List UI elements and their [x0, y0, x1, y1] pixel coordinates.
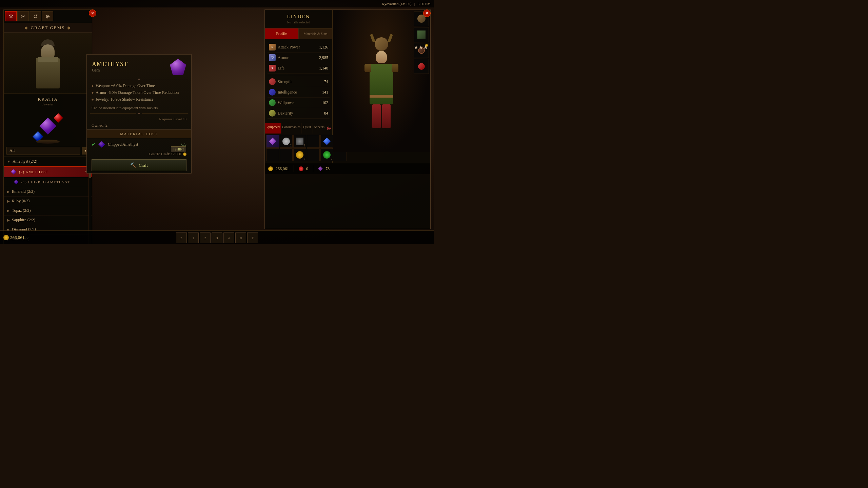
resource-sep-1 — [294, 165, 294, 172]
equipment-grid: 2 2 2 — [265, 134, 332, 163]
dexterity-icon — [269, 110, 276, 117]
eq-slot-1[interactable] — [266, 135, 279, 148]
tab-extra-btn[interactable]: ⊕ — [325, 123, 332, 134]
category-ruby[interactable]: ▶ Ruby (0/2) — [4, 197, 92, 206]
detail-gem-type: Gem — [92, 68, 128, 73]
eq-slot-2[interactable]: 2 — [280, 135, 293, 148]
craft-tab-socket[interactable]: ⊕ — [42, 11, 53, 21]
equip-count-2: 2 — [290, 144, 292, 147]
hotbar-1[interactable]: 1 — [188, 232, 199, 243]
gear-slot-chest[interactable] — [414, 27, 429, 42]
equip-count-yellow: 2 — [304, 158, 305, 161]
gem-item-amethyst-2[interactable]: (2) AMETHYST ↖ — [4, 166, 92, 177]
strength-icon — [269, 78, 276, 85]
hotbar-menu[interactable]: ⊕ — [235, 232, 246, 243]
char-name: LINDEN — [269, 14, 328, 20]
char-resources-bar: 266,061 0 78 — [265, 163, 430, 174]
craft-button[interactable]: 🔨 Craft — [92, 159, 186, 171]
strength-value: 74 — [324, 79, 328, 84]
topaz-arrow: ▶ — [7, 209, 10, 212]
craft-tab-craft[interactable]: ⚒ — [5, 11, 17, 21]
horn-left — [370, 34, 375, 42]
hotbar-2[interactable]: 2 — [200, 232, 211, 243]
craft-tab-salvage[interactable]: ✂ — [17, 11, 29, 21]
leg-left — [372, 104, 381, 128]
category-topaz[interactable]: ▶ Topaz (2/2) — [4, 206, 92, 216]
hotbar-z[interactable]: Z — [176, 232, 187, 243]
eq-slot-8[interactable] — [280, 148, 293, 161]
craft-panel-close[interactable]: ✕ — [89, 9, 96, 17]
mode-badge: | — [414, 2, 415, 6]
stat-intelligence: Intelligence 141 — [268, 87, 330, 98]
detail-text-area: AMETHYST Gem — [92, 61, 128, 73]
title-diamond-right: ◆ — [67, 25, 71, 30]
stat-armor-text: Armor: 6.0% Damage Taken Over Time Reduc… — [96, 90, 179, 95]
chipped-amethyst-icon — [14, 180, 19, 184]
equip-count-green: 2 — [331, 158, 332, 161]
detail-stats: ◆ Weapon: +6.0% Damage Over Time ◆ Armor… — [87, 82, 191, 105]
sapphire-label: Sapphire (2/2) — [12, 218, 35, 223]
requires-level: Requires Level 40 — [87, 116, 191, 122]
jeweler-name: KRATIA — [6, 97, 89, 102]
life-label: Life — [278, 66, 319, 71]
life-value: 1,148 — [319, 66, 328, 71]
craft-tab-repair[interactable]: ↺ — [29, 11, 41, 21]
char-stats-section: ⚔ Attack Power 1,126 🛡 Armor 2,985 ♥ Lif… — [265, 39, 332, 121]
eq-slot-7[interactable] — [266, 148, 279, 161]
eq-slot-4[interactable] — [307, 135, 320, 148]
char-legs — [372, 104, 391, 128]
equip-item-2 — [282, 138, 290, 145]
intelligence-label: Intelligence — [278, 90, 322, 95]
hotbar-4[interactable]: 4 — [223, 232, 234, 243]
detail-gem-name: AMETHYST — [92, 61, 128, 68]
eq-slot-11[interactable]: 2 — [320, 148, 333, 161]
stat-bullet-1: ◆ — [92, 84, 94, 87]
shoulder-left — [364, 64, 371, 72]
category-sapphire[interactable]: ▶ Sapphire (2/2) — [4, 216, 92, 225]
gem-item-chipped-amethyst[interactable]: (1) CHIPPED AMETHYST — [4, 177, 92, 187]
eq-slot-9[interactable]: 2 — [293, 148, 306, 161]
owned-count: Owned: 2 — [87, 122, 191, 129]
category-emerald[interactable]: ▶ Emerald (2/2) — [4, 187, 92, 197]
divider-diamond-1: ◆ — [138, 78, 140, 81]
category-amethyst[interactable]: ▼ Amethyst (2/2) — [4, 157, 92, 166]
eq-slot-5[interactable] — [320, 135, 333, 148]
tab-consumables[interactable]: Consumables — [281, 123, 301, 134]
equip-count-3: 2 — [304, 144, 305, 147]
right-panel-close[interactable]: ✕ — [423, 9, 431, 17]
amethyst-2-icon — [11, 169, 16, 175]
equip-gem-sapphire — [323, 138, 331, 145]
title-diamond-left: ◆ — [24, 25, 28, 30]
gear-slot-ring1[interactable]: ★★★ — [414, 43, 429, 58]
tab-aspects[interactable]: Aspects — [313, 123, 325, 134]
tab-equipment[interactable]: Equipment — [265, 123, 281, 134]
npc-figure — [31, 39, 65, 94]
amethyst-2-label: (2) AMETHYST — [19, 170, 48, 174]
filter-value[interactable]: All — [6, 147, 80, 155]
eq-slot-10[interactable] — [307, 148, 320, 161]
emerald-label: Emerald (2/2) — [12, 189, 35, 194]
emerald-arrow: ▶ — [7, 190, 10, 194]
right-panel: LINDEN No Title selected Profile Materia… — [264, 9, 431, 229]
attack-power-value: 1,126 — [319, 45, 328, 50]
ruby-arrow: ▶ — [7, 199, 10, 203]
hotbar-3[interactable]: 3 — [212, 232, 222, 243]
filter-row: All ▼ — [4, 145, 92, 157]
bottom-bar: 266,061 Z 1 2 3 4 ⊕ T — [0, 230, 434, 244]
equip-gem-amethyst — [269, 138, 276, 145]
profile-btn[interactable]: Profile — [265, 28, 299, 39]
gear-slot-amulet[interactable] — [414, 59, 429, 74]
char-name-area: LINDEN No Title selected — [265, 10, 332, 28]
tab-quest[interactable]: Quest — [301, 123, 313, 134]
hotbar-t[interactable]: T — [247, 232, 258, 243]
eq-slot-3[interactable]: 2 — [293, 135, 306, 148]
life-icon: ♥ — [269, 65, 276, 72]
gem-icon-purple — [39, 118, 56, 135]
hotbar: Z 1 2 3 4 ⊕ T — [176, 232, 258, 243]
sapphire-arrow: ▶ — [7, 218, 10, 222]
detail-header: AMETHYST Gem — [87, 55, 191, 78]
materials-btn[interactable]: Materials & Stats — [299, 28, 332, 39]
intelligence-icon — [269, 89, 276, 96]
gold-amount-right: 266,061 — [276, 166, 289, 171]
detail-panel: AMETHYST Gem ◆ ◆ Weapon: +6.0% Damage Ov… — [86, 54, 192, 174]
